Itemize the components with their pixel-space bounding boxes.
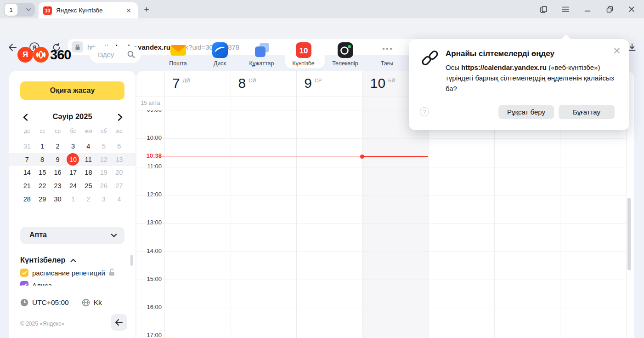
mini-calendar-day[interactable]: 19 bbox=[96, 166, 111, 179]
mini-calendar-day[interactable]: 15 bbox=[34, 166, 50, 179]
service-item-3[interactable]: Құжаттар bbox=[241, 40, 282, 69]
mini-calendar-day[interactable]: 2 bbox=[81, 192, 96, 206]
sidebar-scrollbar[interactable] bbox=[130, 255, 133, 266]
telemost-icon[interactable] bbox=[337, 41, 354, 59]
mini-calendar-day[interactable]: 13 bbox=[112, 153, 127, 166]
current-time-label: 10:38 bbox=[136, 152, 162, 159]
mini-calendar-day[interactable]: 7 bbox=[19, 153, 34, 166]
column-divider bbox=[362, 71, 363, 338]
back-icon[interactable] bbox=[6, 41, 18, 53]
timezone-value[interactable]: UTC+05:00 bbox=[32, 298, 69, 307]
tab-close-icon[interactable]: ✕ bbox=[124, 7, 133, 14]
create-event-button[interactable]: Оқиға жасау bbox=[20, 81, 124, 100]
calendar-list-item[interactable]: Алиса bbox=[20, 280, 130, 286]
mini-calendar-day[interactable]: 9 bbox=[50, 153, 65, 166]
mini-calendar-day[interactable]: 28 bbox=[19, 192, 34, 206]
more-icon[interactable] bbox=[378, 41, 396, 59]
collapse-sidebar-button[interactable] bbox=[111, 314, 127, 331]
today-date-badge[interactable]: 10 bbox=[67, 153, 79, 166]
disk-icon[interactable] bbox=[211, 41, 229, 59]
language-selector[interactable]: Kk bbox=[94, 298, 102, 307]
mini-calendar-day[interactable]: 22 bbox=[34, 179, 50, 193]
mini-calendar-day[interactable]: 3 bbox=[65, 140, 80, 153]
mini-calendar-day[interactable]: 3 bbox=[96, 192, 111, 206]
weekday-label: ср bbox=[50, 128, 65, 136]
side-panels-icon[interactable] bbox=[536, 0, 551, 18]
mini-calendar-day[interactable]: 26 bbox=[96, 179, 111, 193]
mini-calendar-day[interactable]: 14 bbox=[19, 166, 34, 179]
tab-group-chip[interactable]: 1 bbox=[4, 3, 35, 17]
new-tab-button[interactable]: + bbox=[141, 4, 153, 16]
service-label: Пошта bbox=[169, 60, 187, 67]
day-header[interactable]: 9СР bbox=[304, 74, 322, 92]
mini-calendar-day[interactable]: 20 bbox=[112, 166, 127, 179]
mini-calendar-day[interactable]: 23 bbox=[50, 179, 65, 193]
mini-calendar-day[interactable]: 11 bbox=[81, 153, 96, 166]
service-item-2[interactable]: Диск bbox=[199, 40, 241, 69]
mini-calendar-day[interactable]: 27 bbox=[112, 179, 127, 193]
popup-close-icon[interactable] bbox=[612, 46, 622, 56]
mini-calendar-day[interactable]: 4 bbox=[81, 140, 96, 153]
service-label: Күнтізбе bbox=[292, 60, 315, 67]
day-header[interactable]: 7ДЙ bbox=[172, 74, 190, 92]
hour-gridline bbox=[136, 308, 626, 308]
hour-label: 17:00 bbox=[136, 332, 162, 338]
timezone-row: UTC+05:00 Kk bbox=[20, 298, 102, 307]
day-header[interactable]: 10БЙ bbox=[370, 74, 395, 92]
active-tab[interactable]: 10 Яндекс Күнтізбе ✕ bbox=[39, 2, 138, 18]
view-selector-dropdown[interactable]: Апта bbox=[20, 227, 124, 244]
mini-calendar-day[interactable]: 6 bbox=[112, 140, 127, 153]
calendar-favicon-icon: 10 bbox=[43, 6, 52, 15]
mini-calendar-day[interactable]: 29 bbox=[34, 192, 50, 206]
service-item-6[interactable]: Тағы bbox=[366, 40, 408, 69]
calendar-checkbox[interactable] bbox=[20, 269, 28, 277]
mini-calendar-day[interactable]: 25 bbox=[81, 179, 96, 193]
window-minimize-icon[interactable] bbox=[580, 0, 595, 18]
mini-calendar-day[interactable]: 31 bbox=[19, 140, 34, 153]
tab-list-chevron-icon[interactable] bbox=[26, 7, 31, 12]
service-item-5[interactable]: Телекөпір bbox=[324, 40, 366, 69]
grid-scrollbar[interactable] bbox=[627, 198, 631, 270]
mini-calendar-day[interactable]: 16 bbox=[50, 166, 65, 179]
service-item-4[interactable]: 10Күнтізбе bbox=[282, 40, 324, 69]
weekday-label: сс bbox=[34, 128, 50, 136]
calendar-icon[interactable]: 10 bbox=[295, 41, 312, 59]
mini-calendar-day[interactable]: 2 bbox=[50, 140, 65, 153]
mini-calendar-day[interactable]: 10 bbox=[65, 153, 80, 166]
calendar-checkbox[interactable] bbox=[20, 281, 28, 286]
mini-calendar-day[interactable]: 12 bbox=[96, 153, 111, 166]
ssl-lock-icon[interactable] bbox=[72, 41, 83, 52]
hour-label: 10:00 bbox=[136, 134, 162, 141]
mini-calendar-day[interactable]: 21 bbox=[19, 179, 34, 193]
docs-icon[interactable] bbox=[253, 41, 271, 59]
allow-button[interactable]: Рұқсат беру bbox=[498, 105, 554, 119]
mini-calendar-day[interactable]: 24 bbox=[65, 179, 80, 193]
mini-calendar-day[interactable]: 1 bbox=[65, 192, 80, 206]
mini-calendar-day[interactable]: 18 bbox=[81, 166, 96, 179]
yandex-360-logo[interactable]: Я 360 bbox=[17, 47, 71, 63]
mini-calendar-day[interactable]: 8 bbox=[34, 153, 50, 166]
mini-calendar-day[interactable]: 1 bbox=[34, 140, 50, 153]
browser-menu-icon[interactable] bbox=[558, 0, 573, 18]
calendar-list-item[interactable]: расписание репетиций bbox=[20, 268, 130, 278]
weekday-label: сб bbox=[96, 128, 111, 136]
calendar-name: Алиса bbox=[32, 281, 52, 286]
service-item-1[interactable]: Пошта bbox=[157, 40, 199, 69]
mail-icon[interactable] bbox=[169, 41, 187, 59]
next-month-icon[interactable] bbox=[114, 111, 126, 123]
window-restore-icon[interactable] bbox=[602, 0, 617, 18]
mini-calendar-day[interactable]: 30 bbox=[50, 192, 65, 206]
window-close-icon[interactable] bbox=[624, 0, 639, 18]
link-chain-icon bbox=[421, 48, 439, 68]
day-header[interactable]: 8СЙ bbox=[238, 74, 256, 92]
mini-calendar-day[interactable]: 4 bbox=[112, 192, 127, 206]
mini-calendar-day[interactable]: 5 bbox=[96, 140, 111, 153]
tab-counter[interactable]: 1 bbox=[5, 4, 17, 16]
search-box[interactable] bbox=[90, 46, 141, 63]
search-input[interactable] bbox=[98, 46, 126, 63]
help-icon[interactable]: ? bbox=[420, 107, 429, 116]
block-button[interactable]: Бұғаттау bbox=[559, 105, 615, 119]
calendars-section-toggle[interactable]: Күнтізбелер bbox=[20, 256, 76, 264]
mini-calendar-day[interactable]: 17 bbox=[65, 166, 80, 179]
search-icon[interactable] bbox=[127, 51, 135, 58]
